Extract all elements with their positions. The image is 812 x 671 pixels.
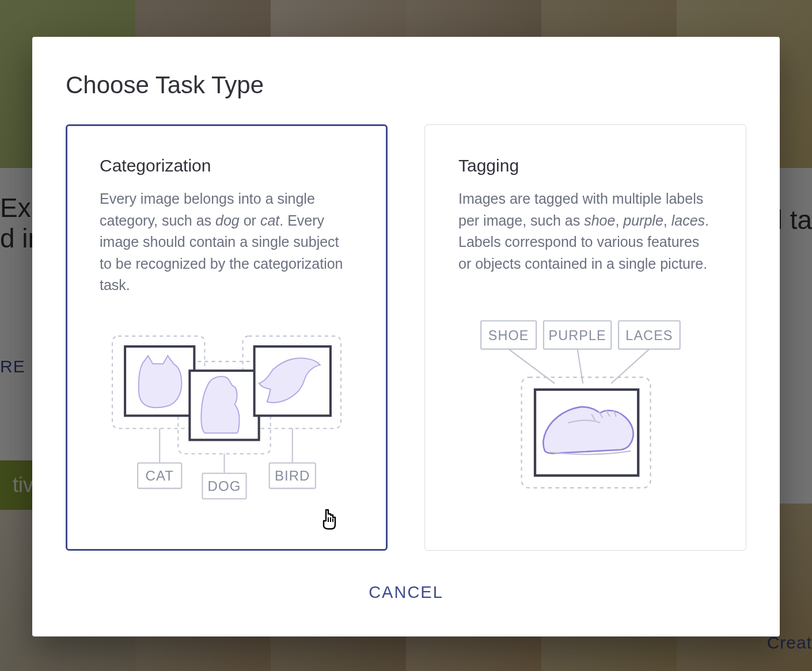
- cancel-button[interactable]: CANCEL: [357, 577, 455, 608]
- categorization-card[interactable]: Categorization Every image belongs into …: [66, 124, 388, 551]
- svg-text:CAT: CAT: [146, 467, 174, 483]
- svg-line-23: [611, 349, 649, 383]
- modal-title: Choose Task Type: [66, 71, 746, 99]
- svg-text:SHOE: SHOE: [488, 327, 529, 342]
- svg-text:PURPLE: PURPLE: [549, 327, 606, 342]
- tagging-card[interactable]: Tagging Images are tagged with multiple …: [424, 124, 746, 551]
- categorization-card-title: Categorization: [100, 156, 354, 176]
- task-type-cards: Categorization Every image belongs into …: [66, 124, 746, 551]
- choose-task-type-modal: Choose Task Type Categorization Every im…: [32, 37, 780, 636]
- svg-text:BIRD: BIRD: [275, 467, 310, 483]
- categorization-card-description: Every image belongs into a single catego…: [100, 188, 354, 296]
- categorization-illustration: .dash { fill:none; stroke:#c0c3d0; strok…: [100, 310, 354, 528]
- svg-line-21: [509, 349, 555, 383]
- tagging-illustration: .dash2 { fill:none; stroke:#c0c3d0; stro…: [458, 288, 712, 527]
- tagging-card-title: Tagging: [458, 156, 712, 176]
- svg-text:DOG: DOG: [208, 478, 241, 494]
- svg-text:LACES: LACES: [625, 327, 673, 342]
- tagging-card-description: Images are tagged with multiple labels p…: [458, 188, 712, 274]
- svg-line-22: [578, 349, 583, 383]
